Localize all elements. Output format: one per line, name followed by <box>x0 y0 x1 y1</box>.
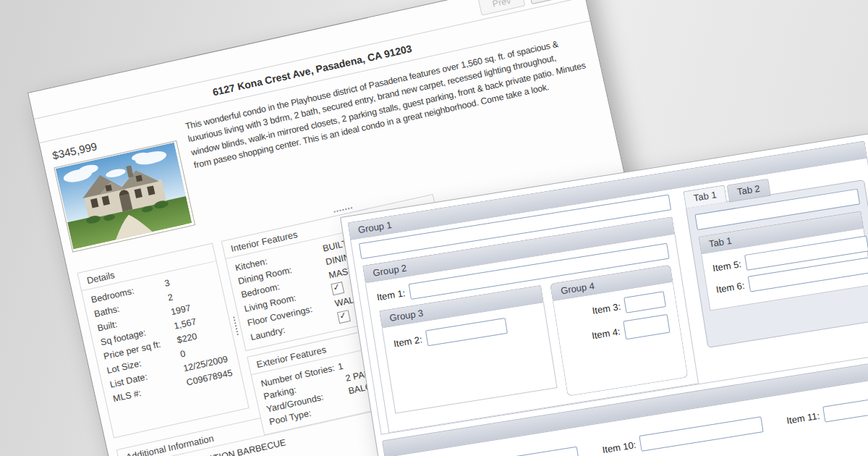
group4: Group 4 Item 3: Item 4: <box>550 264 688 396</box>
item2-input[interactable] <box>425 318 508 346</box>
check-icon: ✓ <box>332 282 341 293</box>
item1-label: Item 1: <box>376 287 407 303</box>
feature-value: 1 <box>337 361 344 372</box>
item3-input[interactable] <box>624 291 666 313</box>
item6-label: Item 6: <box>715 279 746 295</box>
item5-label: Item 5: <box>712 258 742 274</box>
item10-input[interactable] <box>639 416 763 451</box>
tab1-page: Tab 1 Item 5: Item 6: <box>686 180 868 348</box>
group1-right-column: Tab 1 Tab 2 Tab 1 Item 5: <box>676 159 868 383</box>
item4-label: Item 4: <box>591 326 621 341</box>
desktop-background: Prev Next 6127 Kona Crest Ave, Pasadena,… <box>0 0 868 456</box>
check-icon: ✓ <box>339 310 348 321</box>
item10-label: Item 10: <box>602 439 637 455</box>
item3-label: Item 3: <box>592 300 622 316</box>
item4-input[interactable] <box>623 314 670 339</box>
item11-input[interactable] <box>822 387 868 422</box>
item11-label: Item 11: <box>786 410 820 426</box>
house-photo-image <box>56 143 192 250</box>
item2-label: Item 2: <box>393 334 423 349</box>
price-photo-cell: $345,999 <box>49 119 204 260</box>
group3: Group 3 Item 2: <box>379 285 558 414</box>
group5-side-input[interactable] <box>509 447 579 456</box>
group4-body: Item 3: Item 4: <box>553 282 688 397</box>
house-photo <box>54 140 195 253</box>
